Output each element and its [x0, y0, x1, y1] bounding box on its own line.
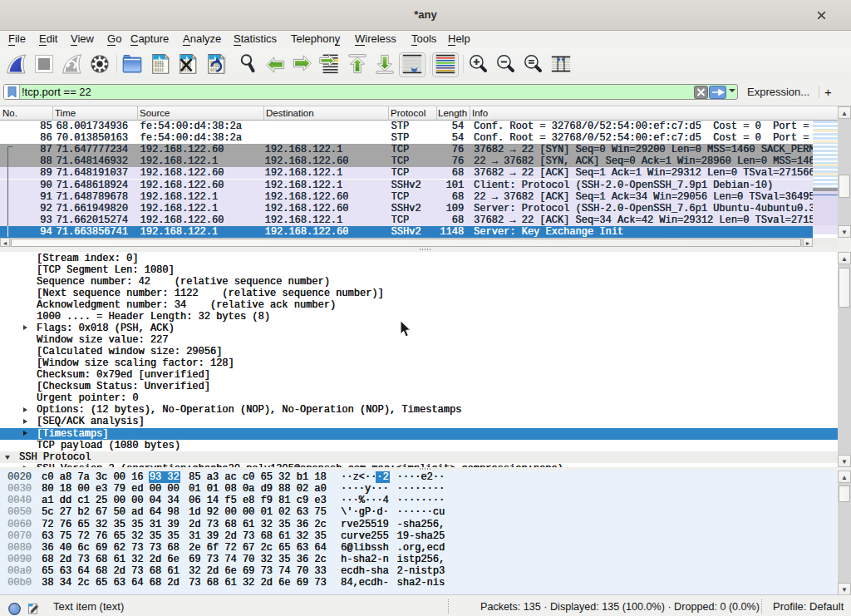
svg-text:0111: 0111	[155, 68, 164, 72]
